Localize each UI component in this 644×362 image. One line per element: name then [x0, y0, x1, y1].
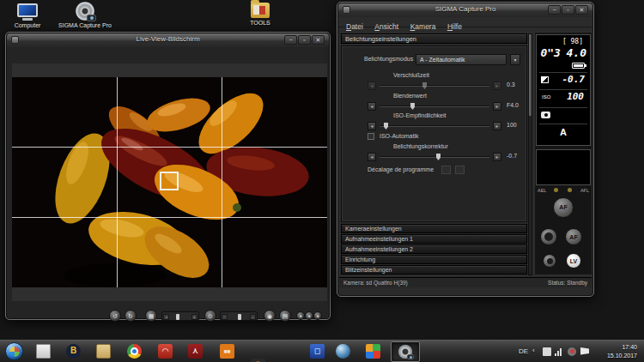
lcd-shutter: 0"3	[540, 46, 560, 59]
live-view-titlebar[interactable]: Live-View-Bildschirm − ▫ ✕	[7, 33, 329, 47]
menu-datei[interactable]: Datei	[346, 22, 363, 31]
desktop-icon-label: TOOLS	[241, 20, 279, 26]
grid-line-vertical	[117, 77, 118, 287]
slider-left-button[interactable]: ◄	[368, 81, 376, 90]
slider-right-button[interactable]: ►	[493, 81, 501, 90]
option-button-1[interactable]: ●	[296, 311, 305, 320]
capture-button[interactable]	[540, 228, 557, 245]
option-button-3[interactable]: ●	[313, 311, 322, 320]
rotate-cw-button[interactable]: ↻	[125, 310, 137, 322]
slider-left-button[interactable]: ◄	[368, 122, 376, 130]
taskbar-sigma-active-button[interactable]	[391, 341, 420, 362]
exposure-mode-dropdown[interactable]: A - Zeitautomatik	[416, 54, 507, 65]
zoom-slider[interactable]: −+	[220, 311, 258, 321]
sigma-titlebar[interactable]: SIGMA Capture Pro − ▫ ✕	[338, 3, 592, 17]
lcd-mode: A	[537, 127, 590, 137]
snapshot-button[interactable]: ◉	[264, 310, 276, 322]
settings-scrollbar[interactable]	[528, 33, 532, 275]
program-shift-plus-button[interactable]	[455, 166, 465, 174]
slider-right-button[interactable]: ►	[493, 122, 501, 130]
section-camera-settings[interactable]: Kameraeinstellungen	[341, 224, 527, 233]
menu-hilfe[interactable]: Hilfe	[447, 22, 462, 31]
tray-flag-icon[interactable]	[580, 347, 589, 356]
exposure-mode-spin-button[interactable]: ▾	[510, 54, 520, 65]
section-header-exposure[interactable]: Belichtungseinstellungen	[341, 33, 527, 44]
grid-line-horizontal	[12, 147, 327, 148]
desktop-icon-computer[interactable]: Computer	[7, 3, 48, 28]
slider-left-button[interactable]: ◄	[368, 102, 376, 111]
slider-right-button[interactable]: ►	[493, 153, 501, 161]
taskbar: B ◠ ⋏ ▥▥ ◻ DE ‹ 17:40 15.10.2017	[0, 340, 644, 362]
camera-lcd-display: [ 98] 0"3 4.0 -0.7 ISO 100 A	[536, 34, 591, 146]
focus-frame[interactable]	[160, 172, 179, 190]
option-button-2[interactable]: ●	[305, 311, 313, 320]
tray-language[interactable]: DE	[519, 347, 528, 355]
af-button[interactable]: AF	[565, 228, 582, 245]
taskbar-chrome-icon[interactable]	[127, 344, 142, 359]
minimize-button[interactable]: −	[548, 5, 561, 15]
maximize-button[interactable]: ▫	[562, 5, 574, 15]
tray-expand-chevron[interactable]: ‹	[532, 347, 535, 354]
grid-toggle-button[interactable]: ▦	[145, 310, 157, 322]
slider-left-button[interactable]: ◄	[368, 153, 376, 161]
clock-date: 15.10.2017	[607, 352, 637, 360]
desktop-icon-sigma-capture-pro[interactable]: SIGMA Capture Pro	[57, 2, 113, 28]
tray-volume-icon[interactable]	[568, 347, 576, 356]
section-setup[interactable]: Einrichtung	[341, 255, 527, 264]
slider-right-button[interactable]: ►	[493, 102, 501, 111]
slider-track[interactable]	[380, 106, 489, 107]
taskbar-explorer-icon[interactable]	[96, 344, 111, 359]
scrollbar-thumb[interactable]	[529, 34, 532, 116]
slider-track[interactable]	[380, 125, 489, 127]
live-view-window: Live-View-Bildschirm − ▫ ✕	[5, 32, 331, 320]
brightness-slider[interactable]: ◂▸	[161, 311, 199, 321]
exposure-comp-icon	[541, 76, 549, 83]
taskbar-acrobat-icon[interactable]: ⋏	[188, 344, 203, 359]
close-button[interactable]: ✕	[575, 5, 588, 15]
section-flash-settings[interactable]: Blitzeinstellungen	[341, 265, 527, 275]
lv-button[interactable]: LV	[566, 253, 581, 268]
rotate-ccw-button[interactable]: ↺	[109, 310, 121, 322]
status-state: Status: Standby	[548, 278, 587, 287]
taskbar-blue-doc-icon[interactable]: ◻	[310, 344, 325, 359]
live-view-image[interactable]	[12, 77, 327, 287]
menu-ansicht[interactable]: Ansicht	[374, 22, 398, 31]
iso-value: 100	[507, 122, 517, 128]
taskbar-notepad-icon[interactable]	[36, 344, 51, 359]
lcd-iso-tag: ISO	[542, 94, 550, 100]
close-button[interactable]: ✕	[312, 35, 325, 45]
tray-action-center-icon[interactable]	[543, 347, 551, 356]
record-button[interactable]	[543, 254, 556, 268]
computer-icon	[7, 3, 48, 21]
display-mode-button[interactable]: ▤	[279, 310, 291, 322]
tray-clock[interactable]: 17:40 15.10.2017	[607, 343, 637, 360]
camera-panel: [ 98] 0"3 4.0 -0.7 ISO 100 A AEL	[534, 32, 592, 275]
iso-auto-checkbox[interactable]	[368, 133, 374, 140]
taskbar-red-app-icon[interactable]: ◠	[158, 344, 173, 359]
program-shift-minus-button[interactable]	[441, 166, 451, 174]
shutter-label: Verschlußzeit	[393, 72, 429, 78]
shutter-value: 0.3	[507, 81, 515, 87]
taskbar-b-app-icon[interactable]: B	[66, 344, 81, 359]
desktop-icon-tools[interactable]: TOOLS	[241, 0, 279, 26]
menu-kamera[interactable]: Kamera	[410, 22, 436, 31]
grid-line-horizontal	[12, 217, 327, 218]
ael-indicator	[554, 188, 558, 192]
slider-track[interactable]	[380, 156, 489, 158]
sigma-capture-window: SIGMA Capture Pro − ▫ ✕ Datei Ansicht Ka…	[337, 2, 594, 297]
taskbar-swirl-app-icon[interactable]	[336, 344, 350, 359]
start-button[interactable]	[5, 342, 23, 360]
af-drive-button[interactable]: AF	[553, 197, 574, 218]
slider-track[interactable]	[380, 85, 489, 87]
tray-network-icon[interactable]	[555, 347, 563, 356]
section-capture-settings-2[interactable]: Aufnahmeeinstellungen 2	[341, 244, 527, 254]
status-bar: Kamera: sd Quattro H(39) Status: Standby	[339, 277, 592, 287]
taskbar-color-app-icon[interactable]: ▥▥	[220, 344, 234, 359]
taskbar-quad-app-icon[interactable]	[366, 344, 380, 359]
magnify-button[interactable]: ⊙	[204, 310, 216, 322]
live-view-viewport	[12, 63, 327, 301]
minimize-button[interactable]: −	[284, 35, 297, 45]
taskbar-burst-app-icon[interactable]	[251, 359, 265, 362]
section-capture-settings-1[interactable]: Aufnahmeeinstellungen 1	[341, 234, 527, 244]
maximize-button[interactable]: ▫	[298, 35, 311, 45]
